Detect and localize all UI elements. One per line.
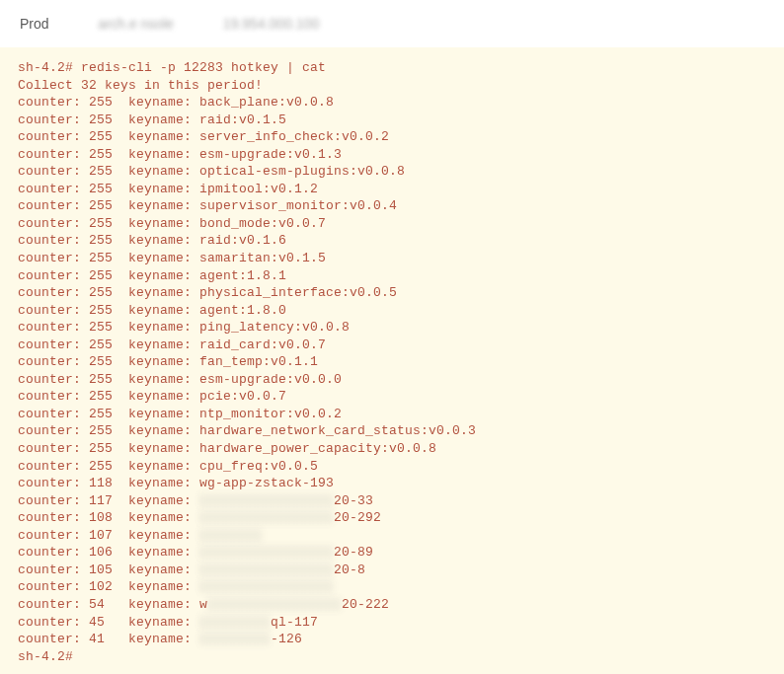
hotkey-row: counter: 255 keyname: raid:v0.1.6	[18, 233, 286, 248]
hotkey-row: counter: 255 keyname: back_plane:v0.0.8	[18, 95, 334, 110]
hotkey-row: counter: 255 keyname: bond_mode:v0.0.7	[18, 216, 326, 231]
command: redis-cli -p 12283 hotkey | cat	[81, 60, 326, 75]
redacted-keyname: ░░░░░░░░	[199, 527, 263, 545]
hotkey-row: counter: 107 keyname: ░░░░░░░░	[18, 528, 263, 543]
redacted-keyname: ░░░░░░░░░░░░░░░░░	[207, 596, 342, 614]
toolbar: Prod arch.e nsole 19.954.000.100	[0, 0, 784, 47]
hotkey-row: counter: 54 keyname: w░░░░░░░░░░░░░░░░░2…	[18, 597, 389, 612]
hotkey-row: counter: 41 keyname: ░░░░░░░░░-126	[18, 632, 302, 646]
terminal-output[interactable]: sh-4.2# redis-cli -p 12283 hotkey | cat …	[0, 47, 784, 674]
redacted-keyname: ░░░░░░░░░	[199, 614, 271, 632]
hotkey-row: counter: 255 keyname: ntp_monitor:v0.0.2	[18, 407, 342, 421]
redacted-keyname: ░░░░░░░░░░░░░░░░░	[199, 562, 334, 579]
hotkey-row: counter: 255 keyname: hardware_network_c…	[18, 423, 476, 438]
hotkey-row: counter: 117 keyname: ░░░░░░░░░░░░░░░░░2…	[18, 493, 373, 508]
env-label[interactable]: Prod	[20, 16, 49, 32]
hotkey-row: counter: 255 keyname: optical-esm-plugin…	[18, 164, 405, 179]
hotkey-row: counter: 106 keyname: ░░░░░░░░░░░░░░░░░2…	[18, 545, 373, 560]
hotkey-row: counter: 255 keyname: agent:1.8.0	[18, 303, 286, 318]
hotkey-row: counter: 255 keyname: samaritan:v0.1.5	[18, 251, 326, 265]
hotkey-row: counter: 255 keyname: hardware_power_cap…	[18, 441, 436, 456]
hotkey-row: counter: 255 keyname: esm-upgrade:v0.1.3	[18, 147, 342, 162]
hotkey-row: counter: 255 keyname: server_info_check:…	[18, 129, 389, 144]
hotkey-row: counter: 102 keyname: ░░░░░░░░░░░░░░░░░	[18, 579, 334, 594]
hotkey-row: counter: 255 keyname: supervisor_monitor…	[18, 198, 397, 213]
host-label: 19.954.000.100	[223, 16, 319, 32]
hotkey-row: counter: 255 keyname: ipmitool:v0.1.2	[18, 182, 318, 196]
redacted-keyname: ░░░░░░░░░░░░░░░░░	[199, 492, 334, 510]
hotkey-row: counter: 255 keyname: cpu_freq:v0.0.5	[18, 459, 318, 474]
hotkey-row: counter: 255 keyname: agent:1.8.1	[18, 268, 286, 283]
hotkey-row: counter: 108 keyname: ░░░░░░░░░░░░░░░░░2…	[18, 510, 381, 525]
trailing-prompt[interactable]: sh-4.2#	[18, 649, 73, 664]
redacted-keyname: ░░░░░░░░░░░░░░░░░	[199, 509, 334, 527]
collect-summary: Collect 32 keys in this period!	[18, 78, 263, 93]
hotkey-row: counter: 255 keyname: raid_card:v0.0.7	[18, 337, 326, 352]
breadcrumb[interactable]: arch.e nsole	[99, 16, 174, 32]
hotkey-row: counter: 105 keyname: ░░░░░░░░░░░░░░░░░2…	[18, 562, 365, 577]
hotkey-row: counter: 118 keyname: wg-app-zstack-193	[18, 476, 334, 490]
hotkey-row: counter: 255 keyname: pcie:v0.0.7	[18, 389, 286, 404]
hotkey-row: counter: 255 keyname: physical_interface…	[18, 285, 397, 300]
redacted-keyname: ░░░░░░░░░░░░░░░░░	[199, 578, 334, 596]
hotkey-row: counter: 255 keyname: raid:v0.1.5	[18, 112, 286, 127]
redacted-keyname: ░░░░░░░░░	[199, 631, 271, 648]
hotkey-row: counter: 255 keyname: esm-upgrade:v0.0.0	[18, 372, 342, 387]
hotkey-row: counter: 45 keyname: ░░░░░░░░░ql-117	[18, 615, 318, 630]
redacted-keyname: ░░░░░░░░░░░░░░░░░	[199, 544, 334, 562]
hotkey-row: counter: 255 keyname: fan_temp:v0.1.1	[18, 354, 318, 369]
prompt: sh-4.2#	[18, 60, 73, 75]
hotkey-row: counter: 255 keyname: ping_latency:v0.0.…	[18, 320, 350, 335]
